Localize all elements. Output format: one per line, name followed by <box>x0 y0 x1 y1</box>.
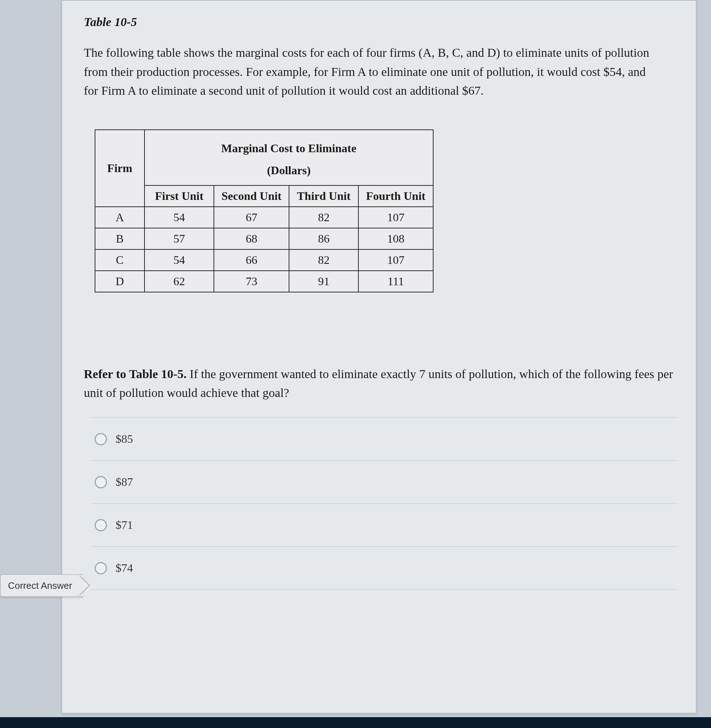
cell-value: 66 <box>214 250 289 271</box>
option-label: $87 <box>116 475 133 489</box>
cell-value: 73 <box>214 271 289 292</box>
cell-value: 67 <box>214 207 289 228</box>
option-b[interactable]: $87 <box>91 460 678 503</box>
data-table: Firm Marginal Cost to Eliminate (Dollars… <box>94 129 434 292</box>
cell-firm: A <box>95 207 145 228</box>
mc-header-line1: Marginal Cost to Eliminate <box>221 142 356 155</box>
option-label: $74 <box>116 561 133 575</box>
table-header-mc: Marginal Cost to Eliminate (Dollars) <box>145 130 433 185</box>
correct-answer-label: Correct Answer <box>8 580 72 591</box>
table-row: D 62 73 91 111 <box>95 271 433 292</box>
col-first-unit: First Unit <box>145 185 214 207</box>
col-third-unit: Third Unit <box>289 185 358 207</box>
table-row: A 54 67 82 107 <box>95 207 433 228</box>
cell-value: 111 <box>358 271 433 292</box>
table-title: Table 10-5 <box>84 15 678 29</box>
cell-value: 108 <box>358 228 433 250</box>
cell-value: 86 <box>289 228 358 250</box>
option-c[interactable]: $71 <box>91 503 678 546</box>
radio-icon <box>94 433 107 445</box>
question-card: Table 10-5 The following table shows the… <box>61 0 696 713</box>
cell-firm: C <box>95 250 145 271</box>
question-bold-ref: Refer to Table 10-5. <box>84 367 187 381</box>
intro-text: The following table shows the marginal c… <box>84 43 662 100</box>
mc-header-line2: (Dollars) <box>267 164 311 177</box>
cell-value: 91 <box>289 271 358 292</box>
correct-answer-tag: Correct Answer <box>0 574 83 597</box>
radio-icon <box>94 519 107 532</box>
page: Table 10-5 The following table shows the… <box>0 0 711 728</box>
table-row: B 57 68 86 108 <box>95 228 433 250</box>
cell-firm: D <box>95 271 145 292</box>
option-label: $71 <box>116 518 133 532</box>
cell-value: 107 <box>358 207 433 228</box>
question-text: Refer to Table 10-5. If the government w… <box>84 365 678 403</box>
col-second-unit: Second Unit <box>214 185 289 207</box>
cell-value: 68 <box>214 228 289 250</box>
cell-value: 54 <box>145 207 214 228</box>
option-a[interactable]: $85 <box>91 417 678 460</box>
table-row: C 54 66 82 107 <box>95 250 433 271</box>
cell-value: 82 <box>289 207 358 228</box>
cell-value: 107 <box>358 250 433 271</box>
cell-firm: B <box>95 228 145 250</box>
radio-icon <box>94 562 107 574</box>
cell-value: 57 <box>145 228 214 250</box>
cell-value: 82 <box>289 250 358 271</box>
taskbar <box>0 717 711 728</box>
cell-value: 54 <box>145 250 214 271</box>
cell-value: 62 <box>145 271 214 292</box>
option-label: $85 <box>116 432 133 446</box>
chevron-right-icon <box>80 575 94 597</box>
radio-icon <box>94 476 107 488</box>
col-fourth-unit: Fourth Unit <box>358 185 433 207</box>
table-header-firm: Firm <box>95 130 145 207</box>
option-d[interactable]: $74 <box>91 546 678 590</box>
options-list: $85 $87 $71 $74 <box>91 417 678 590</box>
